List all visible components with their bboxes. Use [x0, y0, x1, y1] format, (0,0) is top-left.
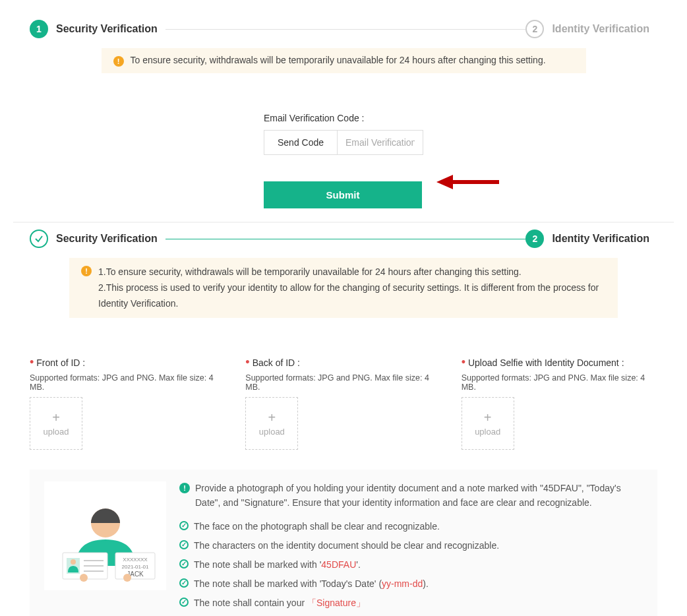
- email-code-input[interactable]: [338, 130, 423, 155]
- check-item-2: The characters on the identity document …: [179, 536, 643, 555]
- upload-row: •Front of ID : Supported formats: JPG an…: [30, 357, 657, 450]
- back-id-support: Supported formats: JPG and PNG. Max file…: [245, 373, 441, 392]
- front-id-upload-box[interactable]: + upload: [30, 397, 82, 450]
- svg-point-15: [123, 574, 131, 582]
- check-icon: [179, 578, 189, 588]
- step-1-label: Security Verification: [56, 23, 158, 35]
- lead-text: Provide a photograph of you holding your…: [195, 481, 643, 510]
- check-icon: [179, 540, 189, 549]
- step-2-active-label: Identity Verification: [552, 233, 649, 245]
- required-dot: •: [245, 357, 249, 367]
- step-2-active-circle: 2: [525, 230, 544, 248]
- selfie-info-panel: XXXXXXX 2021-01-01 JACK ! Provide a phot…: [30, 470, 657, 616]
- plus-icon: +: [484, 411, 492, 424]
- check-item-5: The note shall contain your 「Signature」: [179, 594, 643, 613]
- back-id-upload-col: •Back of ID : Supported formats: JPG and…: [245, 357, 441, 450]
- front-id-support: Supported formats: JPG and PNG. Max file…: [30, 373, 225, 392]
- svg-point-6: [71, 559, 76, 565]
- front-id-label: Front of ID :: [36, 357, 85, 368]
- submit-button-1[interactable]: Submit: [264, 181, 422, 208]
- upload-text: upload: [43, 427, 69, 437]
- warning-icon: !: [113, 56, 124, 67]
- step-1-done-label: Security Verification: [56, 233, 158, 245]
- notice-text: To ensure security, withdrawals will be …: [131, 55, 546, 65]
- instructions-lead: ! Provide a photograph of you holding yo…: [179, 481, 643, 510]
- step-2-circle-inactive: 2: [525, 20, 544, 38]
- step-1-circle: 1: [30, 20, 48, 38]
- selfie-label: Upload Selfie with Identity Document :: [468, 357, 624, 368]
- security-notice-1: ! To ensure security, withdrawals will b…: [102, 48, 586, 73]
- warning-icon: !: [81, 266, 92, 276]
- step-2-label-inactive: Identity Verification: [552, 23, 649, 35]
- plus-icon: +: [52, 411, 60, 424]
- stepper-section-2: Security Verification 2 Identity Verific…: [13, 230, 674, 248]
- notice-2-line-1: 1.To ensure security, withdrawals will b…: [98, 264, 606, 280]
- svg-marker-2: [436, 175, 453, 189]
- check-item-1: The face on the photograph shall be clea…: [179, 517, 643, 536]
- check-icon: [179, 559, 189, 569]
- red-arrow-icon: [436, 173, 499, 191]
- svg-text:2021-01-01: 2021-01-01: [121, 564, 148, 570]
- upload-text: upload: [259, 427, 285, 437]
- selfie-upload-box[interactable]: + upload: [462, 397, 514, 450]
- check-icon: [179, 521, 189, 530]
- email-code-label: Email Verification Code :: [264, 113, 423, 123]
- back-id-upload-box[interactable]: + upload: [245, 397, 298, 450]
- check-item-3: The note shall be marked with '45DFAU'.: [179, 555, 643, 574]
- info-badge-icon: !: [179, 483, 190, 493]
- selfie-support: Supported formats: JPG and PNG. Max file…: [462, 373, 657, 392]
- stepper-line-2: [165, 239, 526, 239]
- stepper-section-1: 1 Security Verification 2 Identity Verif…: [13, 20, 674, 38]
- upload-text: upload: [475, 427, 500, 437]
- check-icon: [179, 598, 189, 607]
- svg-point-14: [80, 574, 88, 582]
- email-verification-form: Email Verification Code : Send Code Subm…: [13, 113, 674, 208]
- required-dot: •: [30, 357, 34, 367]
- notice-2-line-2: 2.This process is used to verify your id…: [98, 280, 606, 312]
- selfie-upload-col: •Upload Selfie with Identity Document : …: [462, 357, 657, 450]
- svg-text:XXXXXXX: XXXXXXX: [123, 557, 148, 563]
- check-item-4: The note shall be marked with 'Today's D…: [179, 574, 643, 594]
- notice-2-lines: 1.To ensure security, withdrawals will b…: [98, 264, 606, 311]
- security-notice-2: ! 1.To ensure security, withdrawals will…: [69, 258, 618, 318]
- back-id-label: Back of ID :: [253, 357, 300, 368]
- required-dot: •: [462, 357, 465, 367]
- step-1-done-circle: [30, 230, 48, 248]
- selfie-illustration: XXXXXXX 2021-01-01 JACK: [44, 481, 166, 590]
- send-code-button[interactable]: Send Code: [264, 130, 338, 155]
- selfie-instructions: ! Provide a photograph of you holding yo…: [179, 481, 643, 612]
- plus-icon: +: [268, 411, 276, 424]
- stepper-line-1: [165, 29, 526, 30]
- front-id-upload-col: •Front of ID : Supported formats: JPG an…: [30, 357, 225, 450]
